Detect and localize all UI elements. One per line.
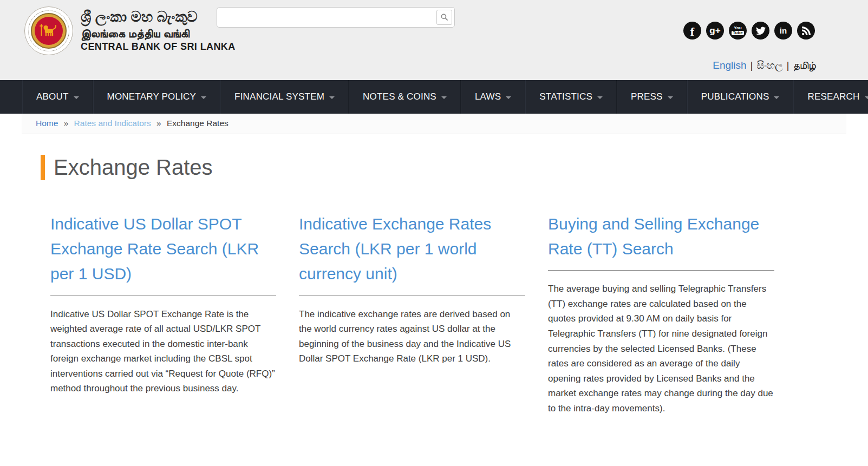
- chevron-down-icon: [774, 96, 779, 99]
- chevron-down-icon: [506, 96, 511, 99]
- column-indicative-usd-spot: Indicative US Dollar SPOT Exchange Rate …: [50, 212, 276, 416]
- language-switcher: English|සිංහල|தமிழ்: [713, 60, 816, 71]
- divider: [548, 270, 774, 271]
- nav-item-about[interactable]: ABOUT: [22, 80, 93, 114]
- exchange-rate-columns: Indicative US Dollar SPOT Exchange Rate …: [50, 212, 774, 416]
- indicative-usd-spot-description: Indicative US Dollar SPOT Exchange Rate …: [50, 307, 276, 396]
- breadcrumb-link-home[interactable]: Home: [36, 119, 58, 128]
- youtube-icon[interactable]: You Tube: [729, 22, 747, 40]
- page-title: Exchange Rates: [54, 155, 213, 180]
- chevron-down-icon: [597, 96, 603, 99]
- chevron-down-icon: [329, 96, 335, 99]
- site-search: [217, 7, 455, 28]
- nav-label: PRESS: [631, 91, 663, 102]
- divider: [50, 296, 276, 296]
- linkedin-icon[interactable]: in: [774, 22, 792, 40]
- nav-label: MONETARY POLICY: [107, 91, 197, 102]
- nav-item-statistics[interactable]: STATISTICS: [525, 80, 617, 114]
- breadcrumb: Home » Rates and Indicators » Exchange R…: [22, 114, 846, 134]
- language-link-sinhala[interactable]: සිංහල: [757, 60, 783, 71]
- nav-label: NOTES & COINS: [363, 91, 436, 102]
- chevron-down-icon: [74, 96, 79, 99]
- nav-label: STATISTICS: [539, 91, 592, 102]
- breadcrumb-separator: »: [153, 119, 165, 128]
- nav-label: RESEARCH: [807, 91, 859, 102]
- indicative-usd-spot-search-link[interactable]: Indicative US Dollar SPOT Exchange Rate …: [50, 212, 276, 287]
- language-link-english[interactable]: English: [713, 60, 746, 71]
- column-buying-selling-tt: Buying and Selling Exchange Rate (TT) Se…: [548, 212, 774, 416]
- chevron-down-icon: [668, 96, 673, 99]
- nav-label: ABOUT: [36, 91, 69, 102]
- linkedin-glyph: in: [780, 26, 787, 35]
- nav-label: FINANCIAL SYSTEM: [234, 91, 324, 102]
- nav-item-press[interactable]: PRESS: [617, 80, 687, 114]
- rss-icon[interactable]: [797, 22, 815, 40]
- logo-english-name: CENTRAL BANK OF SRI LANKA: [81, 41, 236, 53]
- nav-item-research[interactable]: RESEARCH: [793, 80, 868, 114]
- nav-item-notes-and-coins[interactable]: NOTES & COINS: [349, 80, 461, 114]
- google-plus-glyph: g+: [709, 25, 720, 36]
- nav-label: LAWS: [475, 91, 501, 102]
- google-plus-icon[interactable]: g+: [706, 22, 724, 40]
- search-icon: [440, 13, 449, 22]
- cbsl-emblem-icon: [24, 6, 73, 55]
- logo-tamil-name: இலங்கை மத்திய வங்கி: [81, 27, 236, 40]
- language-separator: |: [782, 60, 793, 71]
- main-content: Exchange Rates Indicative US Dollar SPOT…: [22, 155, 846, 448]
- site-logo[interactable]: ශ්‍රී ලංකා මහ බැංකුව இலங்கை மத்திய வங்கி…: [24, 6, 236, 55]
- twitter-bird-glyph: [756, 26, 766, 36]
- breadcrumb-separator: »: [61, 119, 72, 128]
- buying-selling-tt-description: The average buying and selling Telegraph…: [548, 281, 774, 416]
- social-links: f g+ You Tube in: [683, 22, 815, 40]
- search-button[interactable]: [436, 10, 452, 25]
- logo-sinhala-name: ශ්‍රී ලංකා මහ බැංකුව: [81, 9, 236, 25]
- nav-item-monetary-policy[interactable]: MONETARY POLICY: [93, 80, 221, 114]
- lion-with-sword-icon: [39, 23, 58, 38]
- emblem-gold-ring: [31, 13, 67, 49]
- divider: [299, 296, 525, 296]
- search-input[interactable]: [217, 7, 455, 28]
- language-separator: |: [747, 60, 757, 71]
- chevron-down-icon: [865, 96, 868, 99]
- main-navigation: ABOUT MONETARY POLICY FINANCIAL SYSTEM N…: [0, 80, 868, 114]
- indicative-exchange-rates-description: The indicative exchange rates are derive…: [299, 307, 525, 366]
- breadcrumb-current-page: Exchange Rates: [167, 119, 229, 128]
- nav-item-publications[interactable]: PUBLICATIONS: [687, 80, 794, 114]
- nav-item-laws[interactable]: LAWS: [461, 80, 525, 114]
- facebook-glyph: f: [690, 25, 694, 39]
- chevron-down-icon: [441, 96, 447, 99]
- facebook-icon[interactable]: f: [683, 22, 701, 40]
- breadcrumb-link-rates-and-indicators[interactable]: Rates and Indicators: [74, 119, 151, 128]
- youtube-glyph: You Tube: [732, 26, 744, 35]
- rss-glyph: [802, 27, 811, 35]
- nav-label: PUBLICATIONS: [701, 91, 769, 102]
- site-header: ශ්‍රී ලංකා මහ බැංකුව இலங்கை மத்திய வங்கி…: [0, 0, 868, 80]
- emblem-red-core: [35, 17, 63, 45]
- indicative-exchange-rates-search-link[interactable]: Indicative Exchange Rates Search (LKR pe…: [299, 212, 525, 287]
- language-link-tamil[interactable]: தமிழ்: [793, 60, 816, 71]
- title-accent-bar: [41, 155, 45, 180]
- logo-text-block: ශ්‍රී ලංකා මහ බැංකුව இலங்கை மத்திய வங்கி…: [81, 9, 236, 52]
- buying-selling-tt-search-link[interactable]: Buying and Selling Exchange Rate (TT) Se…: [548, 212, 774, 261]
- chevron-down-icon: [201, 96, 206, 99]
- nav-item-financial-system[interactable]: FINANCIAL SYSTEM: [220, 80, 349, 114]
- twitter-icon[interactable]: [752, 22, 769, 40]
- column-indicative-exchange-rates: Indicative Exchange Rates Search (LKR pe…: [299, 212, 525, 416]
- page-title-row: Exchange Rates: [41, 155, 846, 180]
